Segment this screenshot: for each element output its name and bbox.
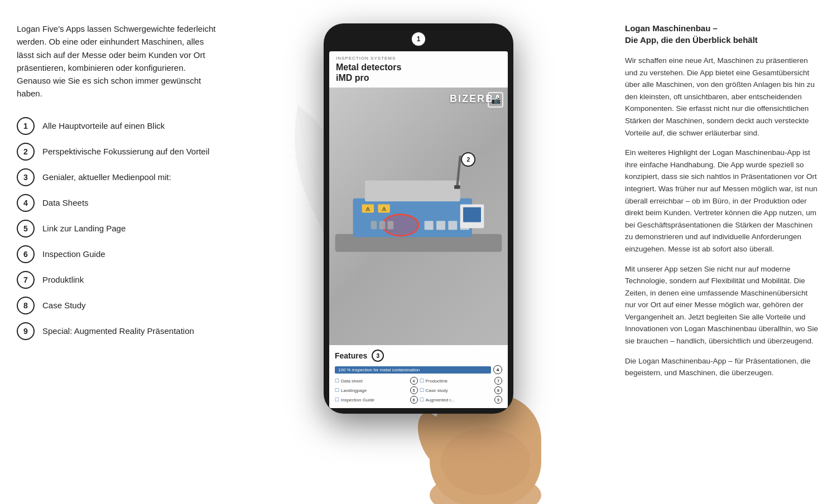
feature-label-4: Data sheet: [341, 379, 363, 384]
list-item-text-6: Inspection Guide: [42, 248, 105, 260]
list-item-3: 3 Genialer, aktueller Medienpool mit:: [17, 168, 218, 186]
right-paragraph-1: Wir schaffen eine neue Art, Maschinen zu…: [625, 55, 820, 139]
feature-item-7: ☐ Productlink 7: [420, 377, 503, 385]
list-item-2: 2 Perspektivische Fokussierung auf den V…: [17, 143, 218, 161]
screen-header: INSPECTION SYSTEMS Metal detectors iMD p…: [329, 51, 508, 88]
feature-badge-4: 4: [493, 365, 502, 374]
svg-rect-34: [365, 181, 460, 201]
right-title: Logan Maschinenbau – Die App, die den Üb…: [625, 22, 820, 46]
screen-image-area: BIZERBA 📷 2: [329, 88, 508, 345]
feature-item-6: ☐ Inspection Guide 6: [335, 396, 418, 404]
right-paragraph-4: Die Logan Maschinenbau-App – für Präsent…: [625, 355, 820, 379]
list-item-text-2: Perspektivische Fokussierung auf den Vor…: [42, 146, 209, 157]
feature-link-9: ☐: [420, 397, 424, 403]
svg-rect-42: [388, 221, 394, 230]
features-grid: 100 % inspection for metal contamination…: [335, 365, 502, 404]
list-item-text-3: Genialer, aktueller Medienpool mit:: [42, 171, 171, 183]
feature-label-7: Productlink: [426, 379, 448, 384]
feature-label-9: Augmented r...: [426, 398, 455, 403]
screen-category: INSPECTION SYSTEMS: [336, 56, 501, 61]
list-item-7: 7 Produktlink: [17, 271, 218, 289]
svg-rect-35: [425, 221, 434, 230]
features-header: Features 3: [335, 350, 502, 362]
screen-title: Metal detectors iMD pro: [336, 62, 501, 83]
number-circle-5: 5: [17, 220, 35, 238]
list-item-5: 5 Link zur Landing Page: [17, 220, 218, 238]
right-column: Logan Maschinenbau – Die App, die den Üb…: [608, 22, 820, 482]
feature-link-6: ☐: [335, 397, 339, 403]
right-paragraph-2: Ein weiteres Highlight der Logan Maschin…: [625, 147, 820, 255]
number-circle-3: 3: [17, 168, 35, 186]
feature-badge-9: 9: [494, 396, 502, 404]
number-circle-1: 1: [17, 117, 35, 135]
top-circle-1: 1: [411, 31, 426, 47]
left-column: Logan Five's Apps lassen Schwergewichte …: [17, 22, 229, 482]
phone-screen: INSPECTION SYSTEMS Metal detectors iMD p…: [329, 51, 508, 408]
feature-label-6: Inspection Guide: [341, 398, 374, 403]
number-circle-9: 9: [17, 322, 35, 340]
svg-rect-37: [448, 221, 457, 230]
svg-point-58: [441, 428, 530, 495]
list-item-4: 4 Data Sheets: [17, 194, 218, 212]
svg-rect-40: [371, 221, 377, 230]
feature-label-5: Landingpage: [341, 388, 367, 393]
phone-device: 1 INSPECTION SYSTEMS Metal detectors iMD…: [324, 23, 513, 414]
feature-label-8: Case study: [426, 388, 448, 393]
feature-badge-7: 7: [494, 377, 502, 385]
screen-features-panel: Features 3 100 % inspection for metal co…: [329, 345, 508, 408]
machine-illustration: ⚠ ⚠: [329, 88, 508, 345]
feature-link-4: ☐: [335, 378, 339, 384]
intro-text: Logan Five's Apps lassen Schwergewichte …: [17, 22, 218, 100]
svg-rect-41: [379, 221, 386, 230]
svg-rect-44: [463, 207, 481, 222]
number-circle-8: 8: [17, 297, 35, 314]
feature-link-5: ☐: [335, 387, 339, 393]
feature-badge-5: 5: [410, 386, 418, 394]
phone-hand-container: 1 INSPECTION SYSTEMS Metal detectors iMD…: [285, 23, 552, 481]
list-item-text-7: Produktlink: [42, 274, 84, 285]
list-item-1: 1 Alle Hauptvorteile auf einen Blick: [17, 117, 218, 135]
right-paragraphs: Wir schaffen eine neue Art, Maschinen zu…: [625, 55, 820, 379]
list-item-text-1: Alle Hauptvorteile auf einen Blick: [42, 120, 165, 132]
svg-rect-46: [454, 186, 460, 189]
feature-badge-8: 8: [494, 386, 502, 394]
list-item-6: 6 Inspection Guide: [17, 245, 218, 263]
svg-rect-36: [436, 221, 445, 230]
list-item-text-4: Data Sheets: [42, 197, 89, 209]
list-item-text-9: Special: Augmented Reality Präsentation: [42, 325, 194, 337]
features-number-badge: 3: [372, 350, 384, 362]
feature-item-9: ☐ Augmented r... 9: [420, 396, 503, 404]
feature-link-7: ☐: [420, 378, 424, 384]
feature-link-8: ☐: [420, 387, 424, 393]
numbered-list: 1 Alle Hauptvorteile auf einen Blick 2 P…: [17, 117, 218, 340]
feature-badge-6: 6: [410, 396, 418, 404]
list-item-text-8: Case Study: [42, 299, 86, 311]
number-circle-6: 6: [17, 245, 35, 263]
feature-badge-4: 4: [410, 377, 418, 385]
number-circle-4: 4: [17, 194, 35, 212]
phone-top-bar: 1: [411, 31, 426, 47]
feature-row-highlighted: 100 % inspection for metal contamination…: [335, 365, 502, 374]
middle-column: 1 INSPECTION SYSTEMS Metal detectors iMD…: [229, 22, 608, 482]
page-wrapper: Logan Five's Apps lassen Schwergewichte …: [0, 0, 837, 504]
number-circle-2: 2: [17, 143, 35, 161]
list-item-8: 8 Case Study: [17, 297, 218, 314]
feature-item-8: ☐ Case study 8: [420, 386, 503, 394]
features-title: Features: [335, 351, 367, 360]
list-item-9: 9 Special: Augmented Reality Präsentatio…: [17, 322, 218, 340]
svg-text:⚠: ⚠: [382, 207, 386, 212]
svg-text:⚠: ⚠: [365, 207, 370, 212]
list-item-text-5: Link zur Landing Page: [42, 222, 126, 234]
right-paragraph-3: Mit unserer App setzen Sie nicht nur auf…: [625, 263, 820, 347]
feature-highlighted-label: 100 % inspection for metal contamination: [335, 366, 491, 374]
feature-item-4: ☐ Data sheet 4: [335, 377, 418, 385]
feature-item-5: ☐ Landingpage 5: [335, 386, 418, 394]
number-circle-7: 7: [17, 271, 35, 289]
